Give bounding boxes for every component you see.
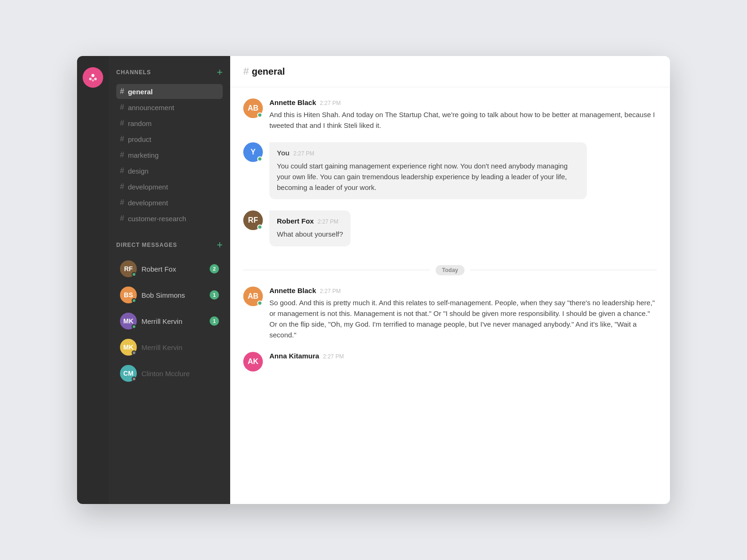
online-status-dot	[132, 324, 136, 329]
dm-avatar-wrap: CM	[120, 365, 137, 382]
message-time: 2:27 PM	[320, 288, 341, 294]
channel-name: announcement	[128, 104, 174, 112]
svg-point-3	[92, 79, 94, 81]
message-sender: Anna Kitamura	[269, 352, 319, 360]
dm-section: DIRECT MESSAGES + RF Robert Fox 2 BS Bob…	[109, 227, 230, 387]
message-time: 2:27 PM	[323, 353, 344, 360]
channel-item-product[interactable]: # product	[116, 132, 223, 147]
dm-item-clinton-mcclure[interactable]: CM Clinton Mcclure	[116, 361, 223, 385]
online-status-dot	[132, 298, 136, 303]
channels-header: CHANNELS +	[116, 67, 223, 77]
add-channel-button[interactable]: +	[217, 67, 223, 77]
message-text: So good. And this is pretty much it. And…	[269, 297, 657, 341]
message-text: What about yourself?	[277, 229, 343, 239]
channel-hash-icon: #	[120, 182, 124, 191]
message-avatar: RF	[243, 210, 263, 230]
channel-item-marketing[interactable]: # marketing	[116, 147, 223, 162]
channel-name: design	[128, 167, 148, 175]
message-content: Robert Fox 2:27 PM What about yourself?	[269, 210, 657, 246]
channel-name: development	[128, 183, 168, 191]
message-group: Y You 2:27 PM You could start gaining ma…	[243, 142, 657, 200]
channel-item-design[interactable]: # design	[116, 163, 223, 178]
channel-hash-icon: #	[120, 151, 124, 159]
unread-badge: 1	[210, 316, 219, 326]
channel-item-development-2[interactable]: # development	[116, 195, 223, 210]
channel-hash-icon: #	[120, 198, 124, 207]
message-time: 2:27 PM	[317, 218, 338, 225]
dm-item-robert-fox[interactable]: RF Robert Fox 2	[116, 257, 223, 281]
message-text: You could start gaining management exper…	[277, 161, 579, 193]
online-dot	[257, 224, 262, 230]
message-header: Robert Fox 2:27 PM	[277, 217, 343, 225]
message-time: 2:27 PM	[320, 100, 341, 106]
channel-sidebar: CHANNELS + # general # announcement # ra…	[109, 56, 230, 504]
channel-name: general	[128, 88, 153, 96]
online-dot	[257, 156, 262, 161]
message-header: You 2:27 PM	[277, 149, 579, 157]
message-sender: Annette Black	[269, 287, 316, 294]
channel-name: customer-research	[128, 215, 186, 223]
message-bubble: Robert Fox 2:27 PM What about yourself?	[269, 210, 351, 246]
channels-label: CHANNELS	[116, 69, 151, 76]
dm-avatar-wrap: MK	[120, 313, 137, 329]
app-logo[interactable]	[83, 67, 103, 88]
channel-item-announcement[interactable]: # announcement	[116, 100, 223, 115]
divider-line	[470, 270, 657, 270]
channel-hash-icon: #	[120, 87, 124, 96]
offline-status-dot	[132, 350, 136, 355]
avatar: AK	[243, 352, 263, 371]
online-status-dot	[132, 272, 136, 277]
channel-name: marketing	[128, 151, 159, 159]
dm-header: DIRECT MESSAGES +	[116, 240, 223, 250]
dm-name: Bob Simmons	[141, 291, 210, 299]
channel-hash-icon: #	[120, 103, 124, 112]
dm-name: Clinton Mcclure	[141, 370, 219, 378]
message-content: Annette Black 2:27 PM And this is Hiten …	[269, 98, 657, 131]
offline-status-dot	[132, 377, 136, 381]
svg-point-0	[92, 74, 95, 77]
app-window: CHANNELS + # general # announcement # ra…	[77, 56, 670, 504]
dm-avatar-wrap: RF	[120, 260, 137, 277]
message-bubble: You 2:27 PM You could start gaining mana…	[269, 142, 587, 200]
channel-item-development-1[interactable]: # development	[116, 179, 223, 194]
message-avatar: AB	[243, 287, 263, 306]
message-time: 2:27 PM	[293, 150, 314, 157]
channels-section: CHANNELS + # general # announcement # ra…	[109, 56, 230, 227]
channel-name: development	[128, 199, 168, 207]
channel-hash-icon: #	[120, 214, 124, 223]
dm-item-merrill-kervin-1[interactable]: MK Merrill Kervin 1	[116, 309, 223, 333]
dm-name: Merrill Kervin	[141, 343, 219, 351]
message-group: RF Robert Fox 2:27 PM What about yoursel…	[243, 210, 657, 246]
chat-main: # general AB Annette Black 2:27 PM And t…	[230, 56, 670, 504]
icon-sidebar	[77, 56, 109, 504]
message-text: And this is Hiten Shah. And today on The…	[269, 109, 657, 131]
message-content: Annette Black 2:27 PM So good. And this …	[269, 287, 657, 341]
dm-avatar-wrap: BS	[120, 287, 137, 303]
channel-item-random[interactable]: # random	[116, 116, 223, 131]
message-avatar: Y	[243, 142, 263, 162]
channel-item-general[interactable]: # general	[116, 84, 223, 99]
dm-item-bob-simmons[interactable]: BS Bob Simmons 1	[116, 283, 223, 307]
channel-item-customer-research[interactable]: # customer-research	[116, 211, 223, 226]
message-header: Anna Kitamura 2:27 PM	[269, 352, 657, 360]
channel-name: random	[128, 119, 152, 127]
message-avatar: AK	[243, 352, 263, 371]
add-dm-button[interactable]: +	[217, 240, 223, 250]
online-dot	[257, 112, 262, 118]
channel-hash-icon: #	[120, 167, 124, 175]
unread-badge: 2	[210, 264, 219, 273]
channel-hash-icon: #	[120, 135, 124, 143]
message-header: Annette Black 2:27 PM	[269, 98, 657, 106]
message-content: Anna Kitamura 2:27 PM	[269, 352, 657, 363]
dm-item-merrill-kervin-2[interactable]: MK Merrill Kervin	[116, 335, 223, 359]
online-dot	[257, 301, 262, 306]
today-badge: Today	[436, 265, 465, 275]
dm-name: Merrill Kervin	[141, 317, 210, 325]
message-group: AB Annette Black 2:27 PM So good. And th…	[243, 287, 657, 341]
message-content: You 2:27 PM You could start gaining mana…	[269, 142, 657, 200]
dm-avatar-wrap: MK	[120, 339, 137, 356]
message-header: Annette Black 2:27 PM	[269, 287, 657, 294]
dm-name: Robert Fox	[141, 265, 210, 273]
chat-channel-title: general	[252, 66, 285, 77]
dm-label: DIRECT MESSAGES	[116, 242, 177, 248]
